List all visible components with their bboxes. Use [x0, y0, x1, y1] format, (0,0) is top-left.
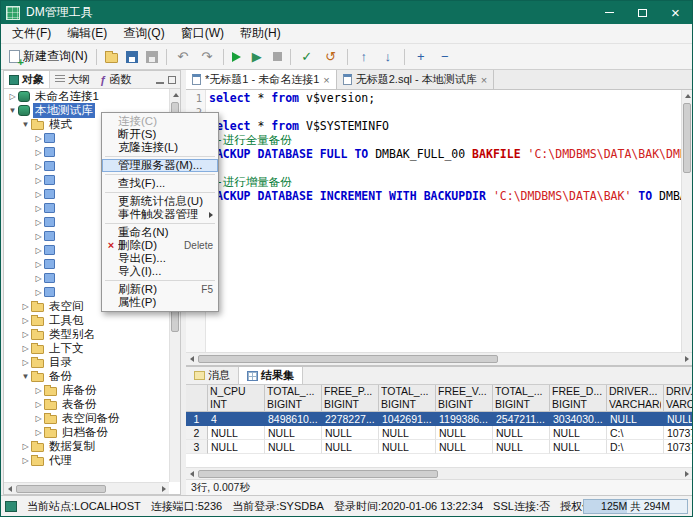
tab-outline[interactable]: 大纲 [50, 71, 95, 88]
grid-cell[interactable]: NULL [493, 440, 550, 454]
menu-item[interactable]: 查询(Q) [115, 23, 172, 44]
expand-arrow[interactable]: ▷ [20, 442, 31, 451]
column-header[interactable]: TOTAL_...BIGINT [265, 385, 322, 412]
expand-arrow[interactable]: ▷ [33, 386, 44, 395]
column-header[interactable]: N_CPUINT [208, 385, 265, 412]
tree-item[interactable]: ▷数据复制 [4, 439, 169, 453]
editor-vertical-scrollbar[interactable] [681, 90, 692, 352]
expand-arrow[interactable]: ▷ [33, 204, 44, 213]
editor-tab-2[interactable]: 无标题2.sql - 本地测试库 [337, 70, 494, 89]
tree-item[interactable]: ▼备份 [4, 369, 169, 383]
expand-arrow[interactable]: ▷ [20, 358, 31, 367]
expand-arrow[interactable]: ▼ [20, 120, 31, 129]
grid-cell[interactable]: 1199386... [436, 412, 493, 426]
tree-item[interactable]: ▷代理 [4, 453, 169, 467]
grid-cell[interactable]: NULL [265, 440, 322, 454]
results-hscroll-thumb[interactable] [198, 470, 438, 478]
zoom-in-button[interactable]: + [409, 47, 433, 67]
rollback-button[interactable]: ↺ [319, 47, 343, 67]
column-header[interactable]: FREE_D...BIGINT [550, 385, 607, 412]
column-header[interactable]: FREE_V...BIGINT [436, 385, 493, 412]
grid-cell[interactable]: C:\ [607, 426, 664, 440]
scroll-right-icon[interactable] [681, 468, 692, 479]
tab-messages[interactable]: 消息 [186, 367, 238, 384]
tree-item[interactable]: ▷表备份 [4, 397, 169, 411]
scroll-up-icon[interactable] [170, 89, 181, 100]
minimize-view-icon[interactable] [156, 82, 164, 84]
column-header[interactable]: TOTAL_...BIGINT [379, 385, 436, 412]
maximize-view-icon[interactable] [168, 76, 176, 84]
tree-item[interactable]: ▷工具包 [4, 313, 169, 327]
tree-item[interactable]: ▷类型别名 [4, 327, 169, 341]
editor-vscroll-thumb[interactable] [683, 103, 691, 173]
menu-item[interactable]: 窗口(W) [173, 23, 232, 44]
undo-button[interactable]: ↶ [171, 47, 195, 67]
redo-button[interactable]: ↷ [195, 47, 219, 67]
tab-functions[interactable]: 函数 [95, 71, 136, 88]
context-menu-item[interactable]: 查找(F)... [102, 177, 218, 190]
expand-arrow[interactable]: ▷ [33, 218, 44, 227]
scroll-left-icon[interactable] [186, 354, 197, 365]
save-button[interactable] [122, 47, 142, 67]
grid-cell[interactable]: 2278227... [322, 412, 379, 426]
grid-cell[interactable]: 10737... [664, 426, 692, 440]
expand-arrow[interactable]: ▷ [33, 274, 44, 283]
editor-hscroll-thumb[interactable] [198, 355, 498, 363]
expand-arrow[interactable]: ▷ [33, 400, 44, 409]
context-menu-item[interactable]: 克隆连接(L) [102, 141, 218, 154]
open-file-button[interactable] [101, 47, 122, 67]
expand-arrow[interactable]: ▷ [20, 456, 31, 465]
zoom-out-button[interactable]: − [433, 47, 457, 67]
expand-arrow[interactable]: ▷ [33, 246, 44, 255]
column-header[interactable]: DRIVER...VARCHAR(5... [607, 385, 664, 412]
grid-cell[interactable]: NULL [208, 426, 265, 440]
column-header[interactable]: TOTAL_...BIGINT [493, 385, 550, 412]
grid-cell[interactable]: 3034030... [550, 412, 607, 426]
menu-item[interactable]: 编辑(E) [59, 23, 115, 44]
execute-button[interactable] [228, 47, 245, 67]
expand-arrow[interactable]: ▷ [7, 92, 18, 101]
grid-cell[interactable]: 8498610... [265, 412, 322, 426]
save-all-button[interactable] [142, 47, 162, 67]
grid-cell[interactable]: NULL [265, 426, 322, 440]
context-menu-item[interactable]: 刷新(R)F5 [102, 283, 218, 296]
expand-arrow[interactable]: ▷ [33, 134, 44, 143]
stop-button[interactable] [269, 47, 286, 67]
context-menu-item[interactable]: 删除(D)Delete [102, 239, 218, 252]
expand-arrow[interactable]: ▷ [33, 162, 44, 171]
expand-arrow[interactable]: ▼ [20, 372, 31, 381]
tree-item[interactable]: ▷表空间备份 [4, 411, 169, 425]
expand-arrow[interactable]: ▷ [20, 344, 31, 353]
column-header[interactable]: DRIV...VARCH... [664, 385, 692, 412]
grid-cell[interactable]: NULL [379, 440, 436, 454]
minimize-button[interactable] [593, 1, 626, 24]
expand-arrow[interactable]: ▷ [33, 190, 44, 199]
grid-cell[interactable]: NULL [550, 440, 607, 454]
scroll-right-icon[interactable] [158, 483, 169, 494]
scroll-up-icon[interactable] [682, 90, 693, 101]
tree-horizontal-scrollbar[interactable] [4, 482, 169, 494]
memory-gauge[interactable]: 125M 共 294M [583, 499, 688, 514]
context-menu-item[interactable]: 更新统计信息(U) [102, 195, 218, 208]
grid-cell[interactable]: NULL [493, 426, 550, 440]
execute-script-button[interactable]: ▶ [245, 47, 269, 67]
context-menu-item[interactable]: 导出(E)... [102, 252, 218, 265]
scroll-right-icon[interactable] [681, 354, 692, 365]
context-menu-item[interactable]: 管理服务器(M)... [102, 159, 218, 172]
expand-arrow[interactable]: ▷ [33, 260, 44, 269]
editor-tab-1[interactable]: *无标题1 - 未命名连接1 [186, 70, 337, 89]
column-header[interactable]: FREE_P...BIGINT [322, 385, 379, 412]
expand-arrow[interactable]: ▷ [33, 232, 44, 241]
grid-cell[interactable]: D:\ [607, 440, 664, 454]
grid-cell[interactable]: NULL [322, 426, 379, 440]
expand-arrow[interactable]: ▷ [33, 288, 44, 297]
expand-arrow[interactable]: ▷ [33, 428, 44, 437]
close-tab-icon[interactable] [323, 74, 329, 86]
tree-hscroll-thumb[interactable] [16, 485, 106, 493]
scroll-left-icon[interactable] [186, 468, 197, 479]
tree-item[interactable]: ▷目录 [4, 355, 169, 369]
grid-row[interactable]: 148498610...2278227...1042691...1199386.… [186, 412, 692, 426]
grid-cell[interactable]: NULL [664, 412, 692, 426]
context-menu-item[interactable]: 导入(I)... [102, 265, 218, 278]
expand-arrow[interactable]: ▷ [33, 148, 44, 157]
